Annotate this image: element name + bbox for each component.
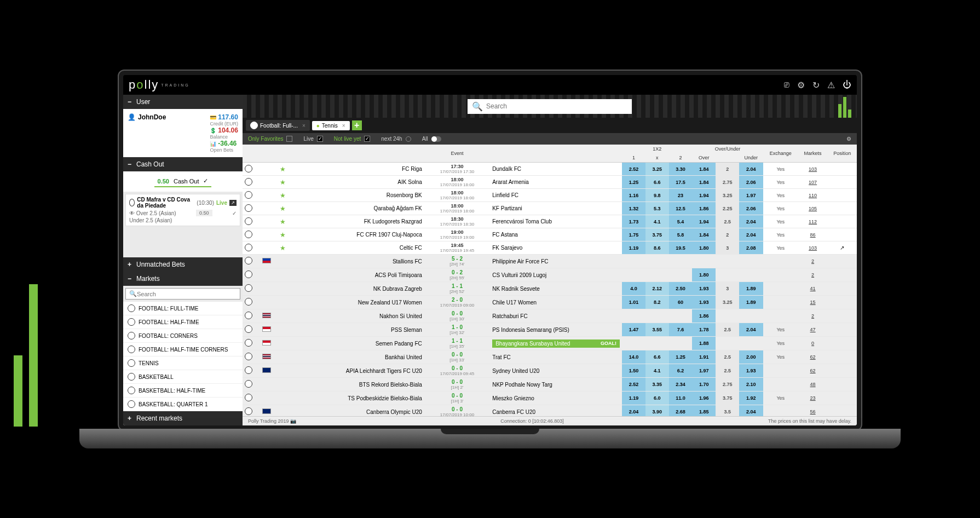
odds-2[interactable]: 17.5 — [669, 176, 693, 189]
odds-2[interactable]: 2.68 — [669, 405, 693, 417]
odds-1[interactable] — [622, 255, 645, 268]
bet-card[interactable]: CD Mafra v CD Cova da Piedade (10:30) Li… — [125, 194, 240, 226]
power-icon[interactable]: ⏻ — [843, 80, 851, 90]
position-cell[interactable] — [827, 392, 857, 405]
odds-under[interactable]: 1.93 — [739, 364, 763, 378]
markets-link[interactable]: 2 — [798, 255, 828, 268]
odds-over[interactable]: 1.84 — [692, 163, 716, 176]
odds-over[interactable]: 1.93 — [692, 282, 716, 296]
odds-line[interactable] — [716, 309, 739, 323]
market-item[interactable]: BASKETBALL: HALF-TIME — [123, 384, 243, 398]
markets-link[interactable]: 103 — [798, 241, 828, 255]
odds-1[interactable]: 4.0 — [622, 282, 645, 296]
odds-x[interactable]: 3.75 — [645, 228, 669, 241]
odds-2[interactable]: 5.4 — [669, 215, 693, 228]
odds-1[interactable]: 2.52 — [622, 163, 645, 176]
odds-2[interactable] — [669, 309, 693, 323]
odds-2[interactable]: 5.8 — [669, 228, 693, 241]
odds-x[interactable]: 8.6 — [645, 241, 669, 255]
odds-x[interactable]: 6.6 — [645, 176, 669, 189]
odds-under[interactable]: 2.00 — [739, 350, 763, 364]
odds-2[interactable]: 60 — [669, 296, 693, 309]
settings-icon[interactable]: ⚙ — [797, 80, 805, 90]
event-row[interactable]: Bankhai United0 - 0[1H] 33'Trat FC14.06.… — [243, 350, 857, 364]
odds-1[interactable]: 1.16 — [622, 189, 645, 202]
filter-next24[interactable]: next 24h — [381, 136, 411, 142]
filter-all[interactable]: All — [422, 136, 441, 142]
close-icon[interactable]: × — [302, 123, 305, 129]
event-row[interactable]: TS Podbeskidzie Bielsko-Biala0 - 0[1H] 3… — [243, 392, 857, 405]
odds-2[interactable]: 19.5 — [669, 241, 693, 255]
odds-over[interactable]: 1.70 — [692, 378, 716, 392]
position-cell[interactable] — [827, 282, 857, 296]
odds-x[interactable]: 3.90 — [645, 405, 669, 417]
odds-2[interactable]: 2.50 — [669, 282, 693, 296]
filter-settings-icon[interactable]: ⚙ — [846, 136, 851, 142]
cashout-button[interactable]: 0.50 Cash Out ✓ — [154, 176, 212, 187]
odds-line[interactable]: 2.5 — [716, 350, 739, 364]
unmatched-section-header[interactable]: +Unmatched Bets — [123, 257, 243, 272]
event-row[interactable]: ★Celtic FC19:4517/07/2019 19:45FK Saraje… — [243, 241, 857, 255]
position-cell[interactable] — [827, 337, 857, 350]
odds-over[interactable]: 1.96 — [692, 392, 716, 405]
filter-live[interactable]: Live — [303, 136, 322, 142]
odds-over[interactable]: 1.97 — [692, 364, 716, 378]
camera-icon[interactable]: 📷 — [290, 418, 296, 424]
position-cell[interactable] — [827, 405, 857, 417]
odds-over[interactable]: 1.94 — [692, 215, 716, 228]
odds-1[interactable] — [622, 309, 645, 323]
odds-2[interactable] — [669, 255, 693, 268]
odds-x[interactable]: 6.6 — [645, 350, 669, 364]
main-search-input[interactable] — [486, 102, 627, 110]
markets-link[interactable]: 2 — [798, 309, 828, 323]
odds-line[interactable]: 2.25 — [716, 202, 739, 215]
markets-link[interactable]: 105 — [798, 202, 828, 215]
odds-over[interactable]: 1.94 — [692, 189, 716, 202]
odds-over[interactable]: 1.78 — [692, 323, 716, 337]
odds-under[interactable]: 1.89 — [739, 282, 763, 296]
warning-icon[interactable]: ⚠ — [827, 80, 835, 90]
event-row[interactable]: ACS Poli Timișoara0 - 2[2H] 55'CS Vultur… — [243, 268, 857, 282]
odds-under[interactable]: 2.04 — [739, 228, 763, 241]
odds-line[interactable]: 3.25 — [716, 189, 739, 202]
odds-1[interactable]: 2.04 — [622, 405, 645, 417]
event-row[interactable]: ★AIK Solna18:0017/07/2019 18:00Ararat Ar… — [243, 176, 857, 189]
close-icon[interactable]: × — [342, 123, 345, 129]
odds-x[interactable] — [645, 268, 669, 282]
odds-line[interactable]: 2.75 — [716, 176, 739, 189]
odds-2[interactable] — [669, 268, 693, 282]
odds-under[interactable]: 1.92 — [739, 392, 763, 405]
event-row[interactable]: Canberra Olympic U200 - 017/07/2019 10:0… — [243, 405, 857, 417]
odds-x[interactable]: 3.35 — [645, 378, 669, 392]
odds-under[interactable]: 2.04 — [739, 405, 763, 417]
event-row[interactable]: ★FK Ludogorets Razgrad18:3017/07/2019 18… — [243, 215, 857, 228]
odds-x[interactable]: 5.3 — [645, 202, 669, 215]
odds-1[interactable]: 1.19 — [622, 241, 645, 255]
market-item[interactable]: FOOTBALL: FULL-TIME — [123, 302, 243, 315]
odds-2[interactable]: 11.0 — [669, 392, 693, 405]
markets-link[interactable]: 2 — [798, 268, 828, 282]
event-row[interactable]: New Zealand U17 Women2 - 017/07/2019 09:… — [243, 296, 857, 309]
odds-x[interactable]: 3.25 — [645, 163, 669, 176]
add-tab-button[interactable]: + — [352, 120, 362, 130]
position-cell[interactable] — [827, 202, 857, 215]
event-row[interactable]: ★FC Riga17:3017/07/2019 17:30Dundalk FC2… — [243, 163, 857, 176]
odds-under[interactable]: 2.10 — [739, 378, 763, 392]
odds-under[interactable]: 2.06 — [739, 202, 763, 215]
star-icon[interactable]: ★ — [280, 205, 286, 212]
odds-under[interactable] — [739, 309, 763, 323]
position-cell[interactable] — [827, 255, 857, 268]
odds-line[interactable] — [716, 255, 739, 268]
tab-football[interactable]: Football: Full-...× — [246, 120, 310, 131]
markets-search[interactable]: 🔍 — [125, 288, 240, 300]
monitor-icon[interactable]: ⎚ — [784, 80, 789, 90]
odds-1[interactable]: 1.73 — [622, 215, 645, 228]
star-icon[interactable]: ★ — [280, 218, 286, 226]
position-cell[interactable] — [827, 189, 857, 202]
markets-link[interactable]: 0 — [798, 337, 828, 350]
markets-link[interactable]: 86 — [798, 228, 828, 241]
event-row[interactable]: NK Dubrava Zagreb1 - 1[2H] 52'NK Radnik … — [243, 282, 857, 296]
odds-x[interactable] — [645, 309, 669, 323]
odds-over[interactable]: 1.88 — [692, 337, 716, 350]
markets-link[interactable]: 47 — [798, 323, 828, 337]
